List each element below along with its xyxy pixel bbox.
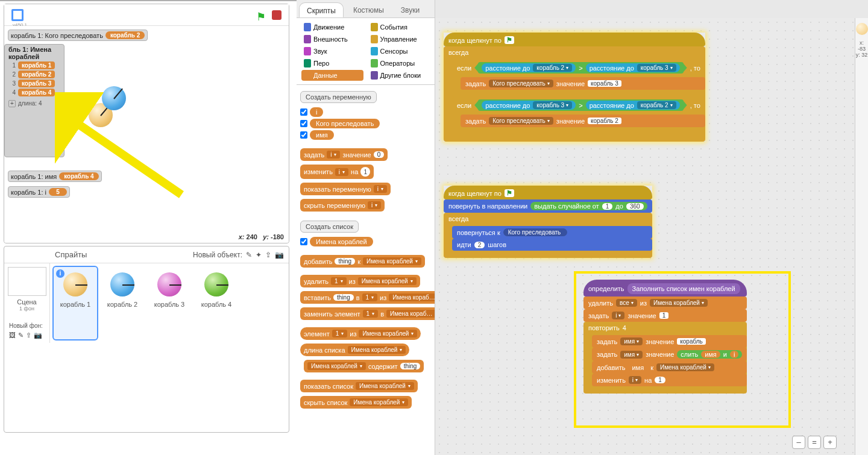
var-name[interactable]: имя: [701, 351, 720, 358]
block-set-name[interactable]: задатьимязначениекорабль: [592, 335, 747, 348]
var-name[interactable]: имя: [310, 130, 334, 140]
list-check[interactable]: [300, 238, 307, 245]
stage-sub: 1 фон: [8, 306, 46, 312]
cat-control[interactable]: Управление: [368, 34, 430, 45]
cat-more[interactable]: Другие блоки: [368, 70, 430, 81]
sprite-item-ship3[interactable]: корабль 3: [148, 267, 191, 339]
monitor-chase[interactable]: корабль 1: Кого преследовать корабль 2: [8, 30, 148, 41]
block-change-var[interactable]: изменитьiна1: [300, 165, 374, 179]
block-replace[interactable]: заменить элемент1вИмена кораб…: [300, 307, 435, 320]
block-add-list[interactable]: добавитьимякИмена кораблей: [592, 361, 747, 374]
block-change-i[interactable]: изменитьiна1: [592, 374, 747, 386]
library-icon[interactable]: ✦: [256, 251, 262, 259]
var-name[interactable]: имя: [628, 364, 647, 371]
block-hide-var[interactable]: скрыть переменнуюi: [300, 199, 385, 212]
cat-operators[interactable]: Операторы: [368, 58, 430, 69]
list-cell[interactable]: корабль 2: [18, 71, 55, 78]
sprite-item-ship4[interactable]: корабль 4: [195, 267, 238, 339]
green-flag-icon[interactable]: ⚑: [256, 10, 266, 24]
block-if[interactable]: если расстояние докорабль 2 > расстояние…: [452, 60, 705, 97]
zoom-out-button[interactable]: –: [792, 436, 805, 449]
block-contains[interactable]: Имена кораблейсодержитthing: [304, 360, 424, 372]
block-set-i[interactable]: задатьiзначение1: [583, 309, 747, 322]
bg-paint-icon[interactable]: ✎: [18, 331, 24, 339]
sprite-item-ship1[interactable]: i корабль 1: [54, 267, 97, 339]
block-insert[interactable]: вставитьthingв1изИмена кораб…: [300, 291, 435, 304]
block-distance[interactable]: расстояние докорабль 3: [482, 101, 576, 110]
block-length[interactable]: длина спискаИмена кораблей: [300, 344, 409, 356]
sprite-info-icon[interactable]: i: [56, 269, 64, 278]
block-gt[interactable]: расстояние докорабль 2 > расстояние доко…: [478, 62, 683, 74]
block-distance[interactable]: расстояние докорабль 2: [482, 63, 576, 72]
block-distance[interactable]: расстояние докорабль 3: [586, 63, 680, 72]
zoom-reset-button[interactable]: =: [808, 436, 821, 449]
cat-sensing[interactable]: Сенсоры: [368, 46, 430, 57]
sprite-info-strip[interactable]: x: -83 y: 32: [855, 18, 868, 455]
make-list-button[interactable]: Создать список: [300, 221, 359, 233]
var-chase[interactable]: Кого преследовать: [310, 119, 380, 128]
block-point-towards[interactable]: повернуться кКого преследовать: [452, 226, 652, 239]
cat-pen[interactable]: Перо: [301, 58, 363, 69]
stage[interactable]: корабль 1: Кого преследовать корабль 2 б…: [4, 26, 289, 243]
cat-motion[interactable]: Движение: [301, 22, 363, 33]
var-check-name[interactable]: [300, 131, 307, 139]
block-set[interactable]: задатьКого преследоватьзначениекорабль 2: [461, 115, 705, 127]
upload-icon[interactable]: ⇪: [265, 251, 271, 259]
block-set-var[interactable]: задатьiзначение0: [300, 148, 388, 161]
cat-events[interactable]: События: [368, 22, 430, 33]
list-cell[interactable]: корабль 3: [18, 80, 55, 87]
tab-scripts[interactable]: Скрипты: [299, 2, 344, 17]
var-chase[interactable]: Кого преследовать: [503, 228, 568, 236]
zoom-in-button[interactable]: +: [823, 436, 837, 449]
block-add[interactable]: добавитьthingкИмена кораблей: [300, 255, 425, 268]
cat-data[interactable]: Данные: [301, 70, 363, 81]
var-check-i[interactable]: [300, 108, 307, 116]
fullscreen-icon[interactable]: [11, 9, 24, 21]
stop-icon[interactable]: [272, 10, 281, 20]
block-when-flag[interactable]: когда щелкнут по⚑: [444, 186, 652, 199]
block-forever[interactable]: всегда если расстояние докорабль 2 > рас…: [444, 46, 705, 142]
bg-camera-icon[interactable]: 📷: [34, 331, 42, 339]
bg-library-icon[interactable]: 🖼: [9, 331, 16, 339]
block-random[interactable]: выдать случайное от1до360: [530, 202, 647, 210]
make-variable-button[interactable]: Создать переменную: [300, 91, 377, 103]
block-show-list[interactable]: показать списокИмена кораблей: [300, 380, 418, 392]
block-point-dir[interactable]: повернуть в направлении выдать случайное…: [444, 199, 652, 213]
cat-sound[interactable]: Звук: [301, 46, 363, 57]
block-repeat[interactable]: повторить4 задатьимязначениекорабль зада…: [583, 322, 747, 394]
block-set[interactable]: задатьКого преследоватьзначениекорабль 3: [461, 77, 705, 90]
list-cell[interactable]: корабль 4: [18, 89, 55, 96]
list-add-icon[interactable]: +: [8, 100, 16, 107]
block-delete-all[interactable]: удалитьвсеизИмена кораблей: [583, 297, 747, 309]
block-show-var[interactable]: показать переменнуюi: [300, 183, 391, 195]
block-when-flag[interactable]: когда щелкнут по⚑: [444, 33, 705, 46]
scripts-area[interactable]: когда щелкнут по⚑ всегда если расстояние…: [435, 18, 855, 455]
block-if[interactable]: если расстояние докорабль 3 > расстояние…: [452, 97, 705, 134]
block-distance[interactable]: расстояние докорабль 2: [586, 101, 680, 110]
block-gt[interactable]: расстояние докорабль 3 > расстояние доко…: [478, 99, 683, 111]
block-delete[interactable]: удалить1изИмена кораблей: [300, 275, 420, 287]
camera-icon[interactable]: 📷: [275, 251, 284, 259]
list-cell[interactable]: корабль 1: [18, 61, 55, 69]
var-check-chase[interactable]: [300, 120, 307, 127]
block-set-join[interactable]: задатьимязначение слитьимяиi: [592, 348, 747, 361]
bg-upload-icon[interactable]: ⇪: [26, 331, 31, 339]
cat-looks[interactable]: Внешность: [301, 34, 363, 45]
var-i[interactable]: i: [310, 107, 323, 117]
tab-costumes[interactable]: Костюмы: [346, 2, 391, 17]
block-move[interactable]: идти2шагов: [452, 239, 652, 251]
script-stack-2[interactable]: когда щелкнут по⚑ повернуть в направлени…: [444, 186, 652, 258]
block-join[interactable]: слитьимяиi: [677, 350, 742, 359]
block-hide-list[interactable]: скрыть списокИмена кораблей: [300, 396, 412, 409]
script-stack-1[interactable]: когда щелкнут по⚑ всегда если расстояние…: [444, 33, 705, 142]
tab-sounds[interactable]: Звуки: [394, 2, 427, 17]
sprite-item-ship2[interactable]: корабль 2: [101, 267, 144, 339]
list-var[interactable]: Имена кораблей: [310, 237, 373, 246]
block-item[interactable]: элемент1изИмена кораблей: [300, 327, 421, 340]
script-stack-define[interactable]: определитьЗаполнить список имен кораблей…: [583, 280, 747, 394]
stage-thumb[interactable]: Сцена 1 фон Новый фон: 🖼 ✎ ⇪ 📷: [4, 263, 50, 343]
block-forever[interactable]: всегда повернуться кКого преследовать ид…: [444, 213, 652, 258]
block-define[interactable]: определитьЗаполнить список имен кораблей: [583, 280, 747, 297]
paint-icon[interactable]: ✎: [246, 251, 252, 259]
var-i[interactable]: i: [730, 351, 738, 358]
